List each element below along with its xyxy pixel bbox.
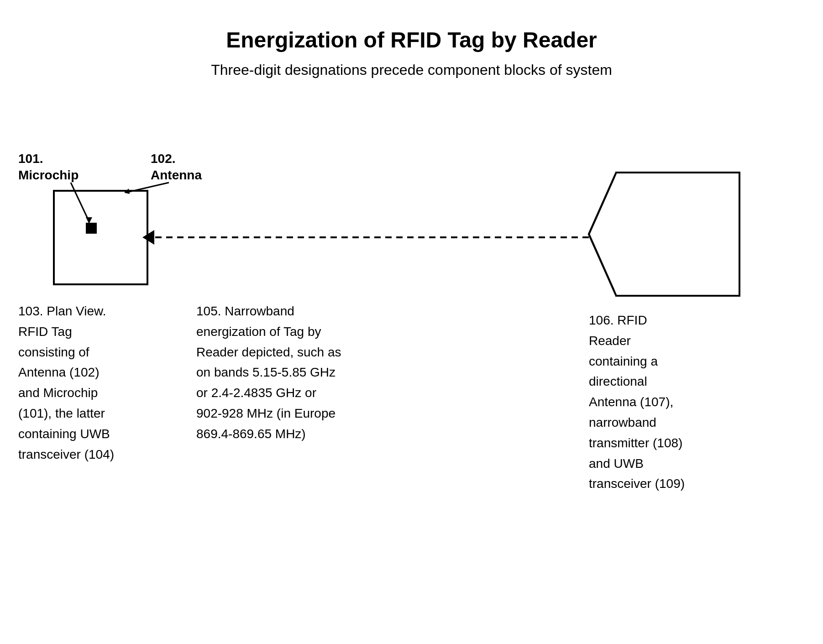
label-106: 106. RFID Reader containing a directiona… (589, 310, 685, 494)
svg-line-15 (589, 234, 616, 296)
label-105: 105. Narrowband energization of Tag by R… (196, 301, 341, 445)
svg-rect-0 (54, 191, 147, 284)
svg-marker-9 (589, 173, 616, 296)
svg-line-2 (71, 183, 89, 221)
diagram-svg (0, 0, 823, 644)
svg-marker-6 (142, 230, 154, 245)
label-103: 103. Plan View. RFID Tag consisting of A… (18, 301, 114, 465)
svg-marker-3 (86, 217, 92, 224)
svg-rect-8 (616, 173, 739, 296)
svg-line-14 (589, 173, 616, 234)
label-101: 101. Microchip (18, 151, 79, 184)
page-subtitle: Three-digit designations precede compone… (0, 62, 823, 79)
svg-marker-5 (124, 188, 130, 194)
svg-rect-1 (86, 223, 97, 234)
svg-line-4 (126, 183, 169, 193)
page-title: Energization of RFID Tag by Reader (0, 0, 823, 52)
page-container: Energization of RFID Tag by Reader Three… (0, 0, 823, 644)
label-102: 102. Antenna (151, 151, 202, 184)
